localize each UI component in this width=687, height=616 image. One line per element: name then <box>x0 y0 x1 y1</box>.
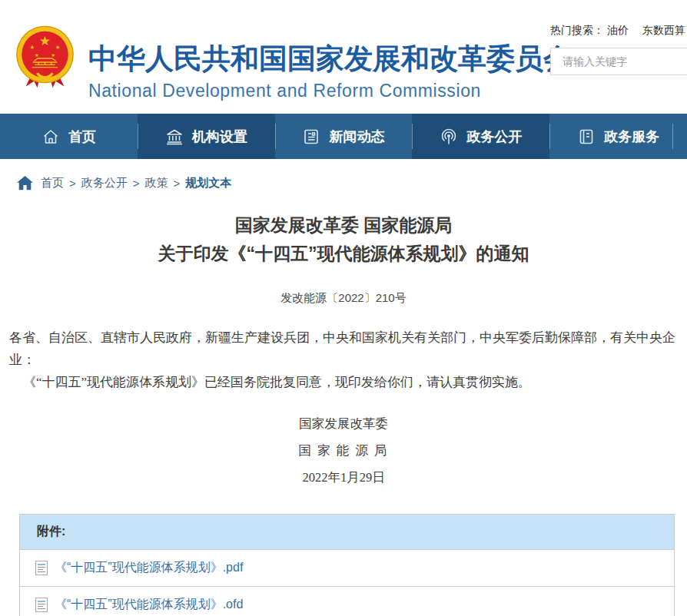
svg-text:★: ★ <box>30 44 35 51</box>
breadcrumb-separator: > <box>174 177 181 190</box>
file-icon <box>35 598 48 612</box>
nav-item-gov-affairs[interactable]: 政务公开 <box>412 114 549 159</box>
document-paragraph-recipients: 各省、自治区、直辖市人民政府，新疆生产建设兵团，中央和国家机关有关部门，中央军委… <box>9 326 682 371</box>
svg-text:★: ★ <box>39 34 51 48</box>
search-box <box>550 48 687 75</box>
document-title-line1: 国家发展改革委 国家能源局 <box>0 211 687 240</box>
document-paragraph-notice: 《“十四五”现代能源体系规划》已经国务院批复同意，现印发给你们，请认真贯彻实施。 <box>9 371 682 393</box>
nav-label: 新闻动态 <box>329 128 384 146</box>
nav-item-home[interactable]: 首页 <box>0 114 138 159</box>
document-number: 发改能源〔2022〕210号 <box>0 291 687 306</box>
main-nav: 首页 机构设置 新闻动态 政务公开 <box>0 114 687 159</box>
breadcrumb-policy[interactable]: 政策 <box>145 176 168 190</box>
services-icon <box>577 128 596 146</box>
breadcrumb-home[interactable]: 首页 <box>41 176 64 190</box>
signature-ndrc: 国家发展改革委 <box>0 410 687 437</box>
attachment-row-ofd: 《“十四五”现代能源体系规划》.ofd <box>20 586 674 616</box>
document-body: 各省、自治区、直辖市人民政府，新疆生产建设兵团，中央和国家机关有关部门，中央军委… <box>9 326 682 393</box>
nav-label: 首页 <box>68 128 96 146</box>
attachments-panel: 附件: 《“十四五”现代能源体系规划》.pdf 《“十四五”现代能源体系规划》.… <box>19 514 675 616</box>
svg-text:★: ★ <box>51 52 55 58</box>
site-title-chinese: 中华人民共和国国家发展和改革委员会 <box>88 40 572 78</box>
attachment-link-pdf[interactable]: 《“十四五”现代能源体系规划》.pdf <box>55 560 243 576</box>
document-title: 国家发展改革委 国家能源局 关于印发《“十四五”现代能源体系规划》的通知 <box>0 211 687 268</box>
signature-date: 2022年1月29日 <box>0 464 687 491</box>
nav-label: 政务公开 <box>466 128 522 146</box>
file-icon <box>35 561 48 575</box>
hot-search: 热门搜索： 油价 东数西算 <box>550 24 687 38</box>
broadcast-icon <box>440 128 458 146</box>
search-input[interactable] <box>551 48 687 75</box>
site-brand: 中华人民共和国国家发展和改革委员会 National Development a… <box>88 40 572 101</box>
breadcrumb-gov-affairs[interactable]: 政务公开 <box>81 176 128 190</box>
breadcrumb-home-icon[interactable] <box>17 176 33 190</box>
attachments-label: 附件: <box>37 524 65 540</box>
breadcrumb-current-page: 规划文本 <box>185 176 231 190</box>
nav-label: 机构设置 <box>192 128 247 146</box>
breadcrumb: 首页 > 政务公开 > 政策 > 规划文本 <box>0 159 687 191</box>
header-search-area: 热门搜索： 油价 东数西算 <box>550 24 687 75</box>
site-header: ★ ★ ★ ★ ★ 中华人民共和国国家发展和改革委员会 National Dev… <box>0 0 687 114</box>
svg-text:★: ★ <box>55 44 61 51</box>
institution-icon <box>165 128 184 146</box>
nav-item-news[interactable]: 新闻动态 <box>275 114 413 159</box>
svg-text:★: ★ <box>35 52 39 58</box>
attachment-row-pdf: 《“十四五”现代能源体系规划》.pdf <box>20 550 674 586</box>
home-icon <box>41 128 60 146</box>
national-emblem-logo: ★ ★ ★ ★ ★ <box>13 25 77 88</box>
hot-search-link-oil-price[interactable]: 油价 <box>607 24 629 36</box>
nav-item-gov-services[interactable]: 政务服务 <box>549 114 687 159</box>
news-icon <box>302 128 320 146</box>
breadcrumb-separator: > <box>133 177 140 190</box>
breadcrumb-separator: > <box>69 177 76 190</box>
attachment-link-ofd[interactable]: 《“十四五”现代能源体系规划》.ofd <box>55 597 243 613</box>
document-content: 国家发展改革委 国家能源局 关于印发《“十四五”现代能源体系规划》的通知 发改能… <box>0 211 687 491</box>
document-signatures: 国家发展改革委 国 家 能 源 局 2022年1月29日 <box>0 410 687 491</box>
site-title-english: National Development and Reform Commissi… <box>88 81 572 101</box>
signature-nea: 国 家 能 源 局 <box>0 437 687 464</box>
document-title-line2: 关于印发《“十四五”现代能源体系规划》的通知 <box>0 240 687 268</box>
nav-label: 政务服务 <box>604 128 659 146</box>
attachments-header: 附件: <box>20 515 674 550</box>
hot-search-label: 热门搜索： <box>550 24 604 36</box>
hot-search-link-east-data[interactable]: 东数西算 <box>642 24 685 36</box>
nav-item-institutions[interactable]: 机构设置 <box>138 114 275 159</box>
